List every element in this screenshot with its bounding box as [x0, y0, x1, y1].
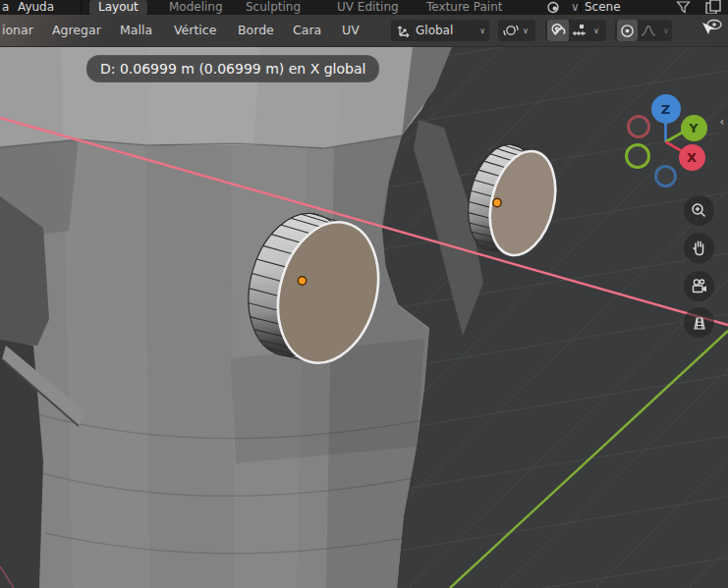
grid-icon [691, 315, 708, 331]
workspace-tab-texture-paint[interactable]: Texture Paint [424, 0, 504, 15]
menu-edge[interactable]: Borde [238, 15, 274, 46]
proportional-edit-controls: ∨ [615, 20, 672, 41]
orientation-value: Global [412, 24, 457, 37]
navigation-gizmo[interactable]: Z Y X [615, 90, 727, 202]
modal-status-tooltip: D: 0.06999 m (0.06999 m) en X global [86, 55, 379, 82]
camera-icon [691, 278, 708, 294]
chevron-down-icon[interactable]: ∨ [659, 27, 673, 35]
falloff-curve-icon[interactable] [638, 20, 659, 41]
gizmo-minus-y-axis[interactable] [625, 143, 650, 169]
new-scene-icon[interactable] [701, 0, 727, 15]
blender-window: a Ayuda Layout Modeling Sculpting UV Edi… [0, 0, 728, 588]
partial-menu-item[interactable]: a [2, 0, 9, 15]
gizmo-z-axis[interactable]: Z [651, 94, 681, 124]
menu-vertex[interactable]: Vértice [174, 15, 216, 46]
camera-view-button[interactable] [684, 271, 714, 301]
chevron-down-icon: ∨ [476, 27, 489, 35]
show-gizmo-icon[interactable] [700, 19, 723, 42]
mesh-facet [63, 139, 149, 588]
chevron-down-icon[interactable]: ∨ [589, 27, 603, 35]
selection-median-dot [493, 198, 501, 206]
gizmo-minus-z-axis[interactable] [654, 165, 677, 187]
snap-magnet-toggle[interactable] [547, 20, 569, 41]
orientation-axes-icon [391, 24, 412, 38]
magnifier-plus-icon [691, 202, 707, 219]
gizmo-x-axis[interactable]: X [679, 144, 705, 171]
scene-icon[interactable] [546, 1, 562, 16]
proportional-edit-toggle[interactable] [617, 20, 638, 41]
workspace-tab-sculpting[interactable]: Sculpting [244, 0, 303, 15]
workspace-tab-modeling[interactable]: Modeling [167, 0, 225, 15]
menu-select-partial[interactable]: ionar [2, 15, 33, 46]
menu-uv[interactable]: UV [342, 15, 360, 46]
workspace-tab-layout[interactable]: Layout [89, 0, 147, 15]
snap-target-icon[interactable] [569, 20, 589, 41]
3d-viewport-canvas[interactable] [0, 0, 728, 588]
topbar: a Ayuda Layout Modeling Sculpting UV Edi… [0, 0, 728, 15]
separator [580, 1, 581, 14]
transform-orientation-dropdown[interactable]: Global ∨ [391, 20, 489, 41]
hand-icon [691, 240, 707, 256]
pivot-icon [498, 23, 519, 38]
gizmo-minus-x-axis[interactable] [627, 115, 650, 138]
pan-button[interactable] [684, 233, 714, 263]
gizmo-y-axis[interactable]: Y [681, 115, 707, 141]
menu-help[interactable]: Ayuda [18, 0, 54, 15]
chevron-down-icon[interactable]: ∨ [567, 0, 584, 15]
separator [81, 1, 82, 14]
selection-median-dot [298, 277, 306, 285]
menu-add[interactable]: Agregar [52, 15, 101, 46]
orthographic-toggle-button[interactable] [684, 307, 714, 338]
menu-face[interactable]: Cara [293, 15, 321, 46]
snap-controls: ∨ [545, 20, 606, 41]
zoom-button[interactable] [684, 195, 714, 226]
filter-icon[interactable] [676, 1, 691, 16]
pivot-point-dropdown[interactable]: ∨ [498, 20, 535, 41]
viewport-header: ionar Agregar Malla Vértice Borde Cara U… [0, 15, 728, 47]
workspace-tab-uv-editing[interactable]: UV Editing [335, 0, 401, 15]
menu-mesh[interactable]: Malla [120, 15, 152, 46]
scene-name[interactable]: Scene [585, 0, 621, 15]
chevron-down-icon: ∨ [519, 27, 532, 35]
